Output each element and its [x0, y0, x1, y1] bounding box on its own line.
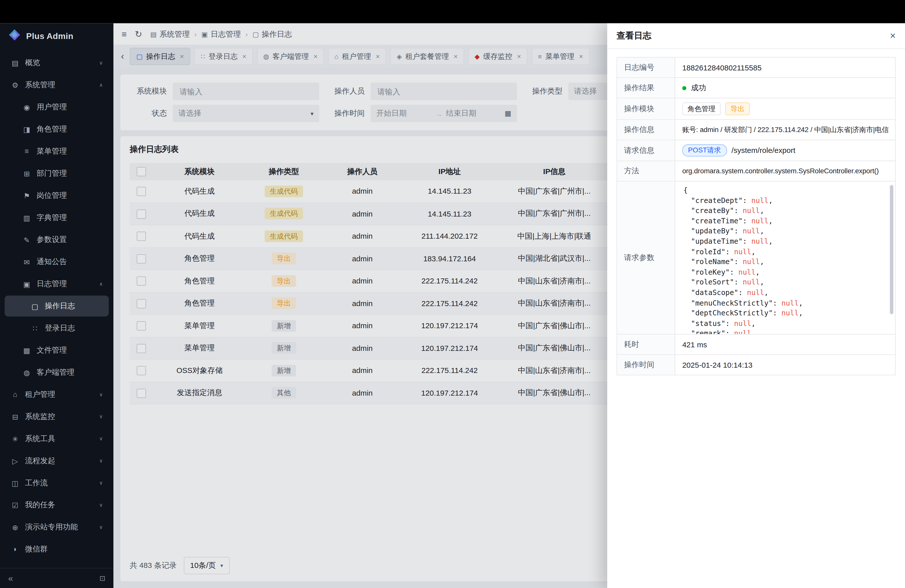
- row-checkbox[interactable]: [130, 209, 153, 219]
- close-tab-icon[interactable]: ×: [454, 52, 458, 60]
- row-checkbox[interactable]: [130, 299, 153, 308]
- sidebar-item-param[interactable]: ✎参数设置: [5, 229, 109, 250]
- row-checkbox[interactable]: [130, 388, 153, 397]
- code-line: "roleId": null,: [684, 247, 887, 257]
- field-label: 操作结果: [617, 78, 675, 98]
- sidebar-item-user[interactable]: ◉用户管理: [5, 97, 109, 118]
- breadcrumb-item[interactable]: ▢操作日志: [252, 29, 292, 40]
- json-comma: ,: [768, 217, 773, 225]
- collapse-sidebar-button[interactable]: «: [8, 573, 13, 583]
- sidebar-item-demo-features[interactable]: ⊕演示站专用功能∨: [5, 516, 109, 537]
- sidebar-item-log[interactable]: ▣日志管理∧: [5, 273, 109, 294]
- row-checkbox[interactable]: [130, 366, 153, 375]
- sidebar-item-label: 流程发起: [25, 456, 55, 466]
- sidebar-item-dept[interactable]: ⊞部门管理: [5, 163, 109, 184]
- row-checkbox[interactable]: [130, 231, 153, 241]
- scrollbar[interactable]: [890, 184, 894, 332]
- field-value: org.dromara.system.controller.system.Sys…: [675, 161, 895, 181]
- sidebar-item-tenant[interactable]: ⌂租户管理∨: [5, 384, 109, 405]
- json-key: "status": [691, 319, 726, 327]
- filter-system-module-field[interactable]: [178, 86, 313, 96]
- close-icon[interactable]: ×: [890, 30, 896, 41]
- tab-operation-log[interactable]: ▢操作日志×: [130, 48, 190, 65]
- tenant-icon: ⌂: [335, 53, 339, 60]
- operation-log-icon: ▢: [30, 302, 40, 311]
- sidebar-item-wechat-group[interactable]: ◗微信群: [5, 539, 109, 559]
- sidebar-item-role[interactable]: ◨角色管理: [5, 119, 109, 140]
- sidebar-item-login-log[interactable]: ∷登录日志: [5, 318, 109, 338]
- field-value: 账号: admin / 研发部门 / 222.175.114.242 / 中国|…: [675, 120, 895, 140]
- cell-module: 发送指定消息: [153, 388, 246, 398]
- filter-operator-field[interactable]: [376, 86, 511, 96]
- close-tab-icon[interactable]: ×: [180, 52, 184, 60]
- sidebar-item-process[interactable]: ▷流程发起∨: [5, 450, 109, 471]
- filter-system-module-input[interactable]: [173, 83, 319, 100]
- json-key: "remark": [691, 329, 726, 334]
- sidebar-item-label: 参数设置: [37, 234, 67, 245]
- json-key: "roleName": [691, 258, 734, 266]
- filter-label: 系统模块: [130, 86, 167, 97]
- sidebar-item-menu[interactable]: ≡菜单管理: [5, 141, 109, 162]
- cell-operator: admin: [322, 232, 403, 240]
- chevron-down-icon: ∨: [99, 458, 103, 464]
- breadcrumb-item[interactable]: ▤系统管理: [150, 29, 190, 40]
- tab-tenant-package[interactable]: ◈租户套餐管理×: [391, 48, 464, 65]
- row-checkbox[interactable]: [130, 276, 153, 286]
- action-badge: 生成代码: [265, 185, 303, 197]
- breadcrumb-item[interactable]: ▣日志管理: [202, 29, 241, 40]
- scrollbar-thumb[interactable]: [890, 185, 894, 315]
- close-tab-icon[interactable]: ×: [313, 52, 318, 60]
- sidebar-item-monitor[interactable]: ⊟系统监控∨: [5, 406, 109, 427]
- row-checkbox[interactable]: [130, 254, 153, 263]
- sidebar-item-dict[interactable]: ▥字典管理: [5, 207, 109, 228]
- sidebar-item-workflow[interactable]: ◫工作流∨: [5, 472, 109, 493]
- field-label: 操作时间: [617, 355, 675, 375]
- tab-client[interactable]: ◍客户端管理×: [257, 48, 324, 65]
- login-log-icon: ∷: [201, 52, 205, 60]
- row-checkbox[interactable]: [130, 321, 153, 331]
- close-tab-icon[interactable]: ×: [242, 52, 246, 60]
- filter-status-select[interactable]: 请选择▾: [173, 105, 319, 122]
- close-tab-icon[interactable]: ×: [376, 52, 380, 60]
- sidebar-toggle-button[interactable]: ≡: [122, 29, 127, 39]
- sidebar-item-system[interactable]: ⚙系统管理∧: [5, 75, 109, 95]
- sidebar-pin-icon[interactable]: ⊡: [99, 574, 105, 582]
- close-tab-icon[interactable]: ×: [517, 52, 521, 60]
- cell-ip: 222.175.114.242: [403, 366, 496, 375]
- tenant-icon: ⌂: [11, 390, 20, 398]
- chevron-down-icon: ∨: [99, 414, 103, 420]
- row-checkbox[interactable]: [130, 343, 153, 353]
- row-checkbox[interactable]: [130, 186, 153, 196]
- sidebar-item-tasks[interactable]: ☑我的任务∨: [5, 495, 109, 516]
- tab-cache-monitor[interactable]: ◆缓存监控×: [468, 48, 527, 65]
- code-line: "createBy": null,: [684, 206, 887, 216]
- refresh-button[interactable]: ↻: [135, 29, 142, 40]
- sidebar-item-client[interactable]: ◍客户端管理: [5, 362, 109, 383]
- log-field-module: 操作模块角色管理导出: [617, 99, 895, 120]
- action-badge: 新增: [272, 320, 296, 332]
- filter-label: 操作时间: [327, 108, 365, 119]
- close-tab-icon[interactable]: ×: [579, 52, 583, 60]
- login-log-icon: ∷: [30, 324, 40, 333]
- json-comma: ,: [799, 299, 803, 307]
- cell-ip-info: 中国|广东省|佛山市|...: [496, 388, 613, 398]
- sidebar-item-overview[interactable]: ▤概览∨: [5, 52, 109, 73]
- tasks-icon: ☑: [11, 501, 20, 510]
- sidebar-item-post[interactable]: ⚑岗位管理: [5, 185, 109, 206]
- json-colon: :: [743, 217, 751, 225]
- select-all-checkbox[interactable]: [130, 167, 153, 176]
- tabs-scroll-left-button[interactable]: ‹: [119, 51, 126, 62]
- filter-operation-time-range[interactable]: 开始日期→结束日期▦: [370, 105, 517, 122]
- sidebar-item-notice[interactable]: ✉通知公告: [5, 251, 109, 272]
- tab-menu[interactable]: ≡菜单管理×: [532, 48, 589, 65]
- sidebar-item-file[interactable]: ▦文件管理: [5, 340, 109, 361]
- cell-ip: 14.145.11.23: [403, 209, 496, 218]
- sidebar-item-operation-log[interactable]: ▢操作日志: [5, 296, 109, 316]
- sidebar-item-tools[interactable]: ✳系统工具∨: [5, 428, 109, 449]
- filter-operator-input[interactable]: [370, 83, 517, 100]
- logo-icon: [8, 29, 21, 43]
- log-icon: ▣: [22, 280, 32, 288]
- page-size-select[interactable]: 10条/页 ▾: [184, 556, 230, 574]
- tab-tenant[interactable]: ⌂租户管理×: [328, 48, 386, 65]
- tab-login-log[interactable]: ∷登录日志×: [194, 48, 252, 65]
